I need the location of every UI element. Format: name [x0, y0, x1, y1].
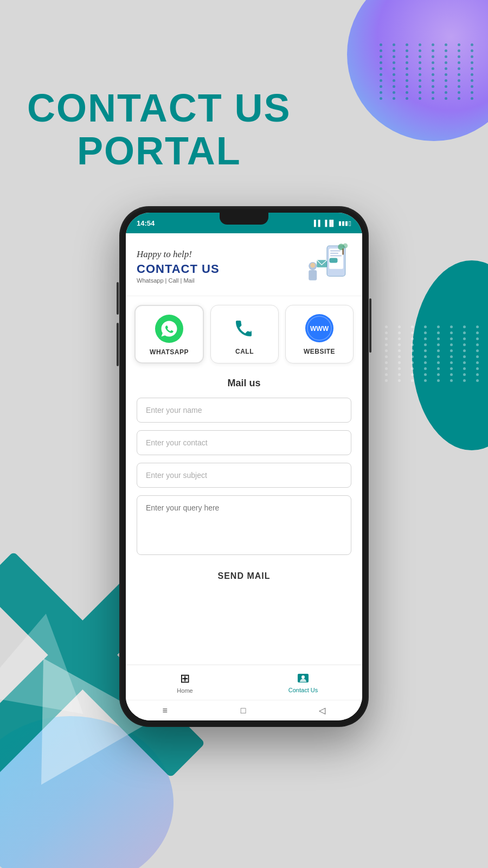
svg-rect-13 [343, 248, 344, 254]
whatsapp-icon [155, 315, 183, 343]
android-menu-btn[interactable]: ≡ [162, 706, 167, 716]
bottom-nav: ⊞ Home Contact Us [126, 665, 362, 700]
signal-icon: ▐▐ [312, 220, 320, 226]
phone-frame: 14:54 ▐▐ ▐▐▌ ▮▮▮▯ Happy to help! CONTACT… [119, 206, 369, 727]
contact-buttons-row: WHATSAPP CALL WWW [126, 296, 362, 372]
page-title-block: CONTACT US PORTAL [27, 87, 291, 173]
status-bar: 14:54 ▐▐ ▐▐▌ ▮▮▮▯ [126, 213, 362, 233]
call-icon [230, 314, 259, 342]
phone-side-btn-left2 [117, 323, 119, 366]
contact-us-icon [297, 672, 310, 685]
android-nav-bar: ≡ □ ◁ [126, 700, 362, 720]
dots-pattern-mid [385, 326, 483, 434]
call-button[interactable]: CALL [210, 305, 279, 363]
mail-section: Mail us SEND MAIL [126, 372, 362, 597]
app-header: Happy to help! CONTACT US Whatsapp | Cal… [126, 233, 362, 296]
header-tagline: Happy to help! [137, 249, 220, 260]
contact-input[interactable] [137, 430, 351, 455]
dots-pattern-top [380, 43, 477, 152]
svg-point-10 [310, 263, 315, 268]
nav-contact-us[interactable]: Contact Us [244, 668, 362, 698]
svg-rect-5 [330, 253, 338, 254]
phone-notch [220, 213, 268, 225]
whatsapp-label: WHATSAPP [150, 348, 189, 356]
svg-rect-6 [330, 255, 342, 256]
svg-rect-7 [330, 258, 338, 263]
header-subtitle: Whatsapp | Call | Mail [137, 277, 220, 284]
header-app-title: CONTACT US [137, 262, 220, 276]
phone-mockup: 14:54 ▐▐ ▐▐▌ ▮▮▮▯ Happy to help! CONTACT… [119, 206, 369, 727]
send-mail-button[interactable]: SEND MAIL [137, 566, 351, 586]
status-time: 14:54 [137, 219, 155, 227]
svg-point-20 [301, 675, 305, 679]
battery-icon: ▮▮▮▯ [338, 220, 351, 227]
query-textarea[interactable] [137, 495, 351, 555]
svg-point-12 [343, 244, 348, 248]
svg-rect-9 [309, 270, 317, 280]
website-icon: WWW [305, 314, 333, 342]
phone-side-btn-right [369, 298, 371, 353]
name-input[interactable] [137, 398, 351, 423]
svg-text:WWW: WWW [310, 325, 329, 333]
phone-side-btn-left1 [117, 282, 119, 315]
home-label: Home [177, 687, 192, 694]
header-left: Happy to help! CONTACT US Whatsapp | Cal… [137, 249, 220, 284]
phone-screen: 14:54 ▐▐ ▐▐▌ ▮▮▮▯ Happy to help! CONTACT… [126, 213, 362, 720]
header-illustration [303, 243, 351, 289]
status-icons: ▐▐ ▐▐▌ ▮▮▮▯ [312, 220, 351, 227]
page-title: CONTACT US PORTAL [27, 87, 291, 173]
home-icon: ⊞ [180, 672, 190, 686]
app-content[interactable]: Happy to help! CONTACT US Whatsapp | Cal… [126, 233, 362, 665]
mail-section-title: Mail us [137, 378, 351, 389]
call-label: CALL [235, 348, 254, 355]
android-home-btn[interactable]: □ [241, 706, 246, 716]
subject-input[interactable] [137, 463, 351, 488]
white-triangle-2 [0, 604, 99, 714]
nav-home[interactable]: ⊞ Home [126, 667, 244, 698]
android-back-btn[interactable]: ◁ [319, 705, 325, 716]
website-button[interactable]: WWW WEBSITE [285, 305, 354, 363]
whatsapp-button[interactable]: WHATSAPP [134, 305, 204, 363]
signal-icon2: ▐▐▌ [323, 220, 336, 226]
website-label: WEBSITE [304, 348, 335, 355]
svg-rect-4 [330, 250, 341, 251]
contact-us-label: Contact Us [288, 687, 318, 693]
